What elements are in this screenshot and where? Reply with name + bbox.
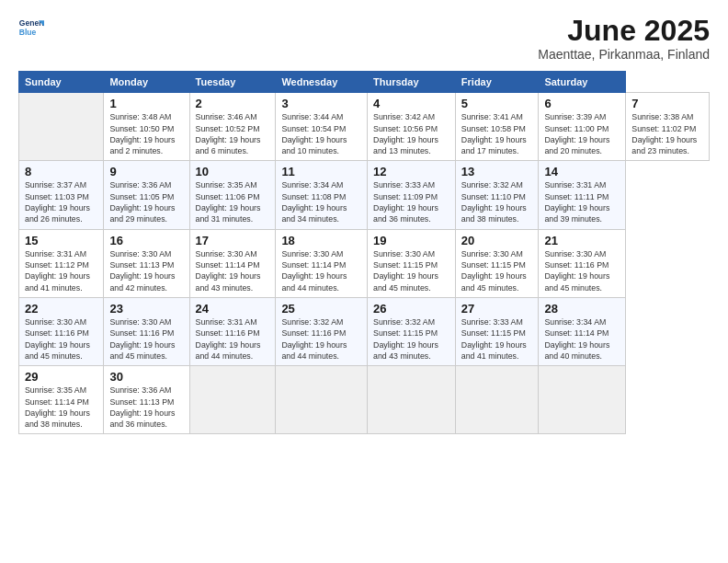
sunset-text: Sunset: 11:14 PM — [196, 260, 260, 270]
day-info: Sunrise: 3:38 AM Sunset: 11:02 PM Daylig… — [631, 111, 703, 156]
sunrise-text: Sunrise: 3:33 AM — [461, 317, 523, 327]
sunrise-text: Sunrise: 3:32 AM — [461, 180, 523, 190]
day-info: Sunrise: 3:37 AM Sunset: 11:03 PM Daylig… — [25, 179, 97, 224]
daylight-text: Daylight: 19 hours and 10 minutes. — [281, 135, 347, 155]
day-info: Sunrise: 3:31 AM Sunset: 11:12 PM Daylig… — [25, 248, 97, 293]
day-number: 1 — [109, 97, 183, 110]
day-info: Sunrise: 3:34 AM Sunset: 11:14 PM Daylig… — [544, 316, 620, 362]
sunrise-text: Sunrise: 3:30 AM — [373, 249, 435, 259]
sunset-text: Sunset: 11:08 PM — [281, 192, 346, 201]
day-number: 18 — [281, 234, 361, 247]
header-sunday: Sunday — [19, 72, 104, 93]
day-info: Sunrise: 3:36 AM Sunset: 11:05 PM Daylig… — [109, 179, 183, 224]
sunrise-text: Sunrise: 3:41 AM — [461, 112, 523, 121]
sunset-text: Sunset: 11:11 PM — [544, 192, 609, 201]
table-cell — [455, 366, 539, 434]
daylight-text: Daylight: 19 hours and 36 minutes. — [109, 408, 175, 429]
sunrise-text: Sunrise: 3:30 AM — [196, 249, 257, 259]
week-row-3: 15 Sunrise: 3:31 AM Sunset: 11:12 PM Day… — [19, 229, 710, 297]
daylight-text: Daylight: 19 hours and 26 minutes. — [25, 203, 90, 224]
page-subtitle: Maenttae, Pirkanmaa, Finland — [538, 47, 710, 62]
daylight-text: Daylight: 19 hours and 41 minutes. — [461, 340, 527, 361]
daylight-text: Daylight: 19 hours and 42 minutes. — [109, 271, 175, 292]
header-friday: Friday — [455, 72, 539, 93]
daylight-text: Daylight: 19 hours and 6 minutes. — [196, 135, 261, 155]
page-title: June 2025 — [538, 15, 710, 47]
sunset-text: Sunset: 11:10 PM — [461, 192, 526, 201]
day-info: Sunrise: 3:32 AM Sunset: 11:15 PM Daylig… — [373, 316, 449, 362]
day-info: Sunrise: 3:34 AM Sunset: 11:08 PM Daylig… — [281, 179, 361, 224]
sunset-text: Sunset: 11:15 PM — [373, 328, 438, 338]
day-number: 28 — [544, 302, 620, 316]
daylight-text: Daylight: 19 hours and 39 minutes. — [544, 203, 609, 224]
title-block: June 2025 Maenttae, Pirkanmaa, Finland — [538, 15, 710, 62]
logo: General Blue — [18, 15, 44, 40]
day-info: Sunrise: 3:30 AM Sunset: 11:16 PM Daylig… — [25, 316, 97, 362]
table-cell: 29 Sunrise: 3:35 AM Sunset: 11:14 PM Day… — [19, 366, 104, 434]
svg-text:Blue: Blue — [19, 28, 37, 37]
day-number: 23 — [109, 302, 183, 316]
sunrise-text: Sunrise: 3:30 AM — [461, 249, 523, 259]
day-number: 21 — [544, 234, 620, 247]
sunrise-text: Sunrise: 3:31 AM — [25, 249, 86, 259]
table-cell: 9 Sunrise: 3:36 AM Sunset: 11:05 PM Dayl… — [104, 161, 189, 229]
sunrise-text: Sunrise: 3:30 AM — [25, 317, 86, 327]
sunset-text: Sunset: 11:14 PM — [281, 260, 346, 270]
day-number: 26 — [373, 302, 449, 316]
week-row-5: 29 Sunrise: 3:35 AM Sunset: 11:14 PM Day… — [19, 366, 710, 434]
daylight-text: Daylight: 19 hours and 36 minutes. — [373, 203, 438, 224]
sunrise-text: Sunrise: 3:30 AM — [109, 317, 171, 327]
table-cell: 12 Sunrise: 3:33 AM Sunset: 11:09 PM Day… — [368, 161, 456, 229]
sunset-text: Sunset: 11:13 PM — [109, 397, 174, 407]
table-cell — [189, 366, 276, 434]
logo-icon: General Blue — [18, 15, 44, 40]
daylight-text: Daylight: 19 hours and 43 minutes. — [196, 271, 261, 292]
header-saturday: Saturday — [539, 72, 626, 93]
table-cell: 22 Sunrise: 3:30 AM Sunset: 11:16 PM Day… — [19, 297, 104, 365]
day-info: Sunrise: 3:46 AM Sunset: 10:52 PM Daylig… — [196, 111, 270, 156]
sunrise-text: Sunrise: 3:34 AM — [281, 180, 343, 190]
table-cell: 11 Sunrise: 3:34 AM Sunset: 11:08 PM Day… — [276, 161, 368, 229]
table-cell: 20 Sunrise: 3:30 AM Sunset: 11:15 PM Day… — [455, 229, 539, 297]
header-wednesday: Wednesday — [276, 72, 368, 93]
daylight-text: Daylight: 19 hours and 40 minutes. — [544, 340, 609, 361]
table-cell: 21 Sunrise: 3:30 AM Sunset: 11:16 PM Day… — [539, 229, 626, 297]
sunrise-text: Sunrise: 3:36 AM — [109, 180, 171, 190]
day-info: Sunrise: 3:35 AM Sunset: 11:14 PM Daylig… — [25, 385, 97, 430]
week-row-1: 1 Sunrise: 3:48 AM Sunset: 10:50 PM Dayl… — [19, 93, 710, 161]
day-info: Sunrise: 3:41 AM Sunset: 10:58 PM Daylig… — [461, 111, 533, 156]
day-number: 27 — [461, 302, 533, 316]
day-number: 17 — [196, 234, 270, 247]
day-number: 25 — [281, 302, 361, 316]
day-number: 20 — [461, 234, 533, 247]
sunset-text: Sunset: 11:06 PM — [196, 192, 260, 201]
calendar-header-row: Sunday Monday Tuesday Wednesday Thursday… — [19, 72, 710, 93]
table-cell — [276, 366, 368, 434]
day-info: Sunrise: 3:30 AM Sunset: 11:15 PM Daylig… — [461, 248, 533, 293]
sunset-text: Sunset: 10:54 PM — [281, 124, 346, 133]
day-info: Sunrise: 3:31 AM Sunset: 11:11 PM Daylig… — [544, 179, 620, 224]
sunrise-text: Sunrise: 3:35 AM — [25, 385, 86, 395]
day-info: Sunrise: 3:48 AM Sunset: 10:50 PM Daylig… — [109, 111, 183, 156]
table-cell: 1 Sunrise: 3:48 AM Sunset: 10:50 PM Dayl… — [104, 93, 189, 161]
sunset-text: Sunset: 11:14 PM — [25, 397, 89, 407]
day-info: Sunrise: 3:30 AM Sunset: 11:16 PM Daylig… — [109, 316, 183, 362]
week-row-4: 22 Sunrise: 3:30 AM Sunset: 11:16 PM Day… — [19, 297, 710, 365]
sunset-text: Sunset: 11:00 PM — [544, 124, 609, 133]
sunset-text: Sunset: 11:16 PM — [281, 328, 346, 338]
sunset-text: Sunset: 11:12 PM — [25, 260, 89, 270]
header-monday: Monday — [104, 72, 189, 93]
table-cell: 6 Sunrise: 3:39 AM Sunset: 11:00 PM Dayl… — [539, 93, 626, 161]
day-number: 16 — [109, 234, 183, 247]
sunrise-text: Sunrise: 3:31 AM — [544, 180, 606, 190]
table-cell: 25 Sunrise: 3:32 AM Sunset: 11:16 PM Day… — [276, 297, 368, 365]
sunrise-text: Sunrise: 3:39 AM — [544, 112, 606, 121]
table-cell: 17 Sunrise: 3:30 AM Sunset: 11:14 PM Day… — [189, 229, 276, 297]
day-number: 22 — [25, 302, 97, 316]
sunset-text: Sunset: 11:05 PM — [109, 192, 174, 201]
daylight-text: Daylight: 19 hours and 38 minutes. — [461, 203, 527, 224]
sunset-text: Sunset: 11:14 PM — [544, 328, 609, 338]
sunset-text: Sunset: 11:16 PM — [544, 260, 609, 270]
table-cell: 16 Sunrise: 3:30 AM Sunset: 11:13 PM Day… — [104, 229, 189, 297]
sunset-text: Sunset: 11:13 PM — [109, 260, 174, 270]
